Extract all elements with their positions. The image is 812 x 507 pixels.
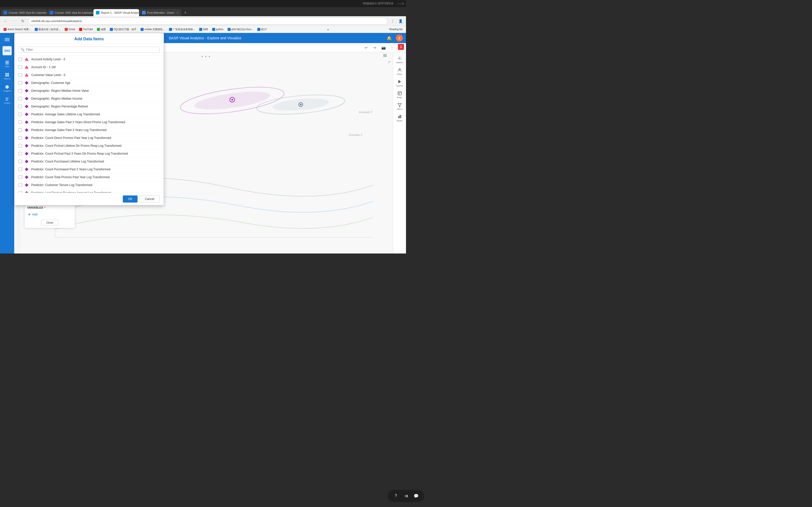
bookmarks-more-button[interactable]: »: [326, 27, 330, 32]
browser-tab-1[interactable]: Course: SAS Viya for Learners ✕: [1, 9, 47, 16]
item-checkbox[interactable]: [18, 97, 22, 100]
sidebar-item-objects[interactable]: Objects: [2, 70, 13, 81]
list-item[interactable]: Demographic: Region Median Income: [14, 95, 164, 103]
ok-button[interactable]: OK: [123, 195, 137, 203]
list-item[interactable]: Predictor: Count Prchsd Past 3 Years Dir…: [14, 150, 164, 158]
item-label: Account ID - 1.1M: [31, 65, 160, 69]
item-checkbox[interactable]: [18, 105, 22, 108]
hamburger-menu-button[interactable]: [2, 35, 13, 44]
item-checkbox[interactable]: [18, 73, 22, 77]
browser-tab-3[interactable]: Report 1 - SAS® Visual Analyt... ✕: [93, 9, 139, 16]
list-item[interactable]: Customer Value Level - 5: [14, 71, 164, 79]
item-checkbox[interactable]: [18, 160, 22, 163]
options-panel-button[interactable]: Options: [394, 54, 405, 65]
list-item[interactable]: Predictor: Customer Tenure Log Transform…: [14, 181, 164, 189]
item-checkbox[interactable]: [18, 89, 22, 93]
extensions-button[interactable]: ⋮: [389, 17, 396, 24]
roles-panel-button[interactable]: Roles: [394, 66, 405, 77]
tab-favicon-2: [50, 11, 53, 14]
ranks-panel-button[interactable]: Ranks: [394, 113, 405, 124]
bookmark-recruit[interactable]: 招聘: [198, 27, 210, 32]
list-item[interactable]: Predictor: Count Direct Promos Past Year…: [14, 134, 164, 142]
list-item[interactable]: Demographic: Region Percentage Retired: [14, 103, 164, 111]
filters-panel-button[interactable]: Filters: [394, 101, 405, 112]
reload-button[interactable]: ↻: [19, 17, 27, 24]
list-item[interactable]: Predictor: Last Product Purchase Amount …: [14, 189, 164, 193]
item-checkbox[interactable]: [18, 58, 22, 61]
bookmark-jiumo[interactable]: Jiumo Search 鸠摩...: [2, 27, 32, 32]
filter-input[interactable]: [26, 48, 157, 51]
bookmark-icon-ads: [169, 28, 172, 31]
dialog-footer: OK Cancel: [14, 193, 164, 205]
snapshot-button[interactable]: 📷: [379, 44, 387, 51]
list-item[interactable]: Predictor: Count Prchsd Lifetime Dir Pro…: [14, 142, 164, 150]
list-item[interactable]: Demographic: Region Median Home Value: [14, 87, 164, 95]
notification-bell[interactable]: 🔔: [386, 35, 393, 42]
item-checkbox[interactable]: [18, 152, 22, 155]
bookmark-icon-sql: [110, 28, 113, 31]
address-bar[interactable]: [28, 17, 388, 24]
item-checkbox[interactable]: [18, 168, 22, 171]
bookmark-youtube[interactable]: YouTube: [78, 27, 94, 32]
titlebar-text: HD@您好汪-18707330118: [363, 2, 393, 5]
user-avatar[interactable]: Z: [396, 35, 403, 42]
browser-tab-2[interactable]: Course: SAS Viya for Learners ✕: [47, 9, 93, 16]
sidebar-item-data[interactable]: Data: [2, 58, 13, 69]
add-variable-button[interactable]: + Add: [27, 211, 72, 218]
item-checkbox[interactable]: [18, 113, 22, 116]
redo-button[interactable]: ↪: [371, 44, 378, 51]
bookmark-label-youtube: YouTube: [83, 28, 93, 31]
item-label: Predictor: Count Purchased Lifetime Log …: [31, 160, 160, 163]
bookmark-stats[interactable]: 统计!: [256, 27, 268, 32]
filters-label: Filters: [397, 108, 402, 110]
item-checkbox[interactable]: [18, 144, 22, 148]
forward-button[interactable]: →: [11, 17, 18, 24]
item-checkbox[interactable]: [18, 81, 22, 85]
bookmark-maps[interactable]: 地图: [95, 27, 107, 32]
reading-list-bookmark[interactable]: Reading list: [388, 27, 404, 31]
back-button[interactable]: ←: [2, 17, 9, 24]
bookmark-gmail[interactable]: Gmail: [63, 27, 77, 32]
item-checkbox[interactable]: [18, 175, 22, 179]
bookmark-mobile[interactable]: mobile 完整报告...: [139, 27, 166, 32]
browser-tab-4[interactable]: Post Attendee - Zoom ✕: [140, 9, 181, 16]
undo-button[interactable]: ↩: [362, 44, 370, 51]
bookmark-icon-maps: [97, 28, 100, 31]
close-variables-button[interactable]: Close: [41, 220, 59, 225]
bookmark-python[interactable]: python: [211, 27, 225, 32]
bookmark-label-sql: SQL面试72题 - 知乎: [114, 27, 137, 31]
list-item[interactable]: Predictor: Average Sales Past 3 Years Lo…: [14, 126, 164, 134]
more-options-button[interactable]: ⋮: [388, 44, 396, 51]
item-checkbox[interactable]: [18, 183, 22, 187]
bookmark-phd[interactable]: phd+独立站+Goo...: [226, 27, 255, 32]
item-label: Demographic: Region Median Home Value: [31, 89, 160, 93]
svg-rect-3: [5, 73, 7, 74]
list-item[interactable]: Demographic: Customer Age: [14, 79, 164, 87]
bookmark-sql[interactable]: SQL面试72题 - 知乎: [108, 27, 138, 32]
item-checkbox[interactable]: [18, 65, 22, 69]
list-item[interactable]: Predictor: Average Sales Lifetime Log Tr…: [14, 111, 164, 118]
list-item[interactable]: Predictor: Count Purchased Lifetime Log …: [14, 158, 164, 166]
sidebar-item-suggest[interactable]: Suggest: [2, 82, 13, 94]
list-item[interactable]: Predictor: Count Purchased Past 3 Years …: [14, 166, 164, 173]
list-item[interactable]: Account ID - 1.1M: [14, 63, 164, 71]
example-y-label: Example Y: [359, 111, 372, 114]
item-label: Predictor: Count Total Promos Past Year …: [31, 175, 160, 179]
profile-button[interactable]: 👤: [397, 17, 404, 24]
actions-panel-button[interactable]: Actions: [394, 77, 405, 89]
bookmark-ads[interactable]: 广告投放业务指标...: [167, 27, 197, 32]
item-checkbox[interactable]: [18, 120, 22, 124]
tab-close-4[interactable]: ✕: [176, 11, 179, 14]
list-item[interactable]: Predictor: Count Total Promos Past Year …: [14, 173, 164, 181]
cancel-button[interactable]: Cancel: [140, 195, 160, 203]
new-tab-button[interactable]: +: [182, 9, 189, 16]
rules-panel-button[interactable]: Rules: [394, 89, 405, 100]
item-checkbox[interactable]: [18, 128, 22, 132]
bookmark-data[interactable]: 数据分析 | 如何进...: [33, 27, 62, 32]
list-item[interactable]: Predictor: Average Sales Past 3 Years Di…: [14, 118, 164, 126]
sidebar-item-outline[interactable]: Outline: [2, 95, 13, 106]
actions-label: Actions: [396, 85, 403, 87]
dialog-search: 🔍: [14, 44, 164, 56]
item-checkbox[interactable]: [18, 136, 22, 140]
list-item[interactable]: Account Activity Level - 3: [14, 56, 164, 63]
